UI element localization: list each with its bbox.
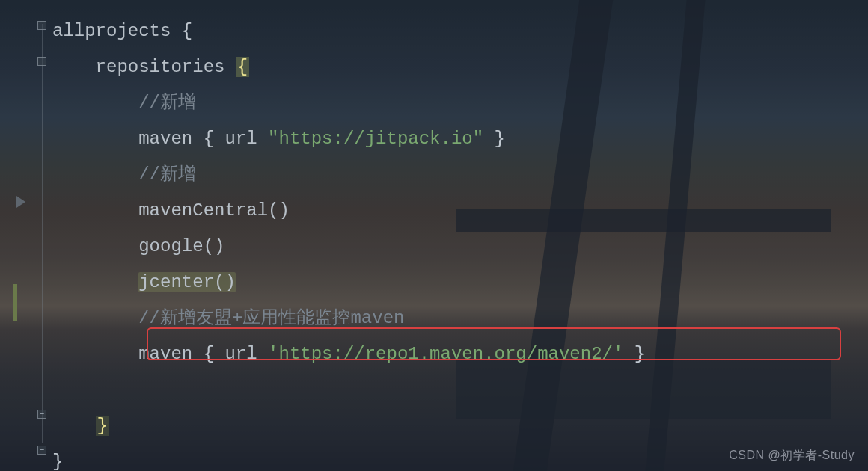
code-line[interactable]: //新增友盟+应用性能监控maven xyxy=(52,301,868,336)
code-line[interactable]: } xyxy=(52,408,868,444)
brace-highlighted: } xyxy=(96,416,109,436)
fold-toggle-icon[interactable] xyxy=(37,21,46,30)
code-line[interactable]: google() xyxy=(52,229,868,265)
indent xyxy=(52,57,96,77)
brace: { xyxy=(192,129,224,149)
function-call: maven xyxy=(138,344,192,364)
code-line[interactable]: maven { url "https://jitpack.io" } xyxy=(52,121,868,157)
code-line[interactable]: jcenter() xyxy=(52,265,868,301)
brace: { xyxy=(171,21,192,41)
code-line[interactable]: //新增 xyxy=(52,85,868,121)
vcs-change-marker xyxy=(13,284,17,321)
code-line[interactable]: allprojects { xyxy=(52,13,868,49)
code-editor[interactable]: allprojects { repositories { //新增 maven … xyxy=(0,0,868,471)
editor-gutter xyxy=(0,0,21,471)
keyword: repositories xyxy=(96,57,225,77)
brace: } xyxy=(52,452,63,471)
brace: } xyxy=(483,129,505,149)
keyword: allprojects xyxy=(52,21,171,41)
fold-toggle-icon[interactable] xyxy=(37,446,46,455)
keyword: url xyxy=(224,344,257,364)
comment: //新增 xyxy=(52,93,196,113)
indent xyxy=(52,272,138,292)
watermark-text: CSDN @初学者-Study xyxy=(729,448,855,464)
indent xyxy=(52,129,138,149)
fold-toggle-icon[interactable] xyxy=(37,410,46,419)
code-line[interactable]: mavenCentral() xyxy=(52,193,868,229)
function-call-highlighted: jcenter() xyxy=(138,272,236,292)
brace: } xyxy=(623,344,645,364)
comment: //新增友盟+应用性能监控maven xyxy=(52,308,404,328)
code-line[interactable] xyxy=(52,372,868,408)
brace: { xyxy=(192,344,224,364)
function-call: mavenCentral() xyxy=(138,200,290,221)
keyword: url xyxy=(224,129,257,149)
fold-toggle-icon[interactable] xyxy=(37,57,46,66)
indent xyxy=(52,344,138,364)
code-line[interactable]: repositories { xyxy=(52,49,868,85)
gutter-arrow-icon xyxy=(16,196,25,208)
function-call: google() xyxy=(138,236,224,256)
string-literal: 'https://repo1.maven.org/maven2/' xyxy=(268,344,623,364)
code-line[interactable]: //新增 xyxy=(52,157,868,193)
comment: //新增 xyxy=(52,164,196,185)
brace-highlighted: { xyxy=(236,57,249,77)
indent xyxy=(52,200,138,221)
string-literal: "https://jitpack.io" xyxy=(268,129,483,149)
function-call: maven xyxy=(138,129,192,149)
indent xyxy=(52,236,138,256)
code-line[interactable]: maven { url 'https://repo1.maven.org/mav… xyxy=(52,336,868,372)
indent xyxy=(52,416,96,436)
